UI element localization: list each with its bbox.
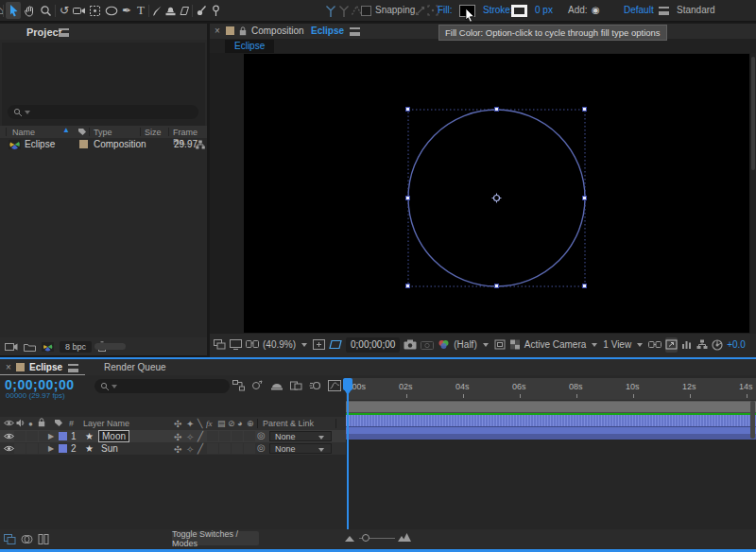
parent-link-column[interactable]: Parent & Link xyxy=(263,419,314,428)
threed-column-icon[interactable]: ⊕ xyxy=(247,419,254,428)
column-size[interactable]: Size xyxy=(145,128,162,137)
handle-bottom-right[interactable] xyxy=(582,284,587,288)
handle-top-right[interactable] xyxy=(582,107,587,112)
camera-tool-icon[interactable] xyxy=(72,2,87,19)
flowchart-icon[interactable] xyxy=(196,140,205,149)
audio-column-icon[interactable] xyxy=(16,419,26,427)
layer-bar-sun[interactable] xyxy=(346,427,756,440)
toggle-switches-modes-button[interactable]: Toggle Switches / Modes xyxy=(172,531,259,545)
graph-editor-icon[interactable] xyxy=(328,380,341,391)
layer-row-moon[interactable]: ▶ 1 ★ Moon ✣ ✧ ╱ ◎ None xyxy=(0,430,346,442)
workspace-default-tab[interactable]: Default xyxy=(624,5,654,15)
solo-toggle[interactable] xyxy=(26,431,38,441)
fill-label[interactable]: Fill: xyxy=(438,5,453,15)
shape-tool-ellipse-icon[interactable] xyxy=(104,2,119,19)
interpret-footage-icon[interactable] xyxy=(5,342,18,352)
index-column[interactable]: # xyxy=(69,419,74,428)
project-scrollbar[interactable] xyxy=(94,343,126,350)
viewer-pasteboard[interactable] xyxy=(210,53,750,334)
selection-tool-icon[interactable] xyxy=(6,2,21,19)
lock-column-icon[interactable] xyxy=(38,418,45,427)
hide-shy-layers-icon[interactable] xyxy=(270,380,284,391)
shy-toggle-icon[interactable]: ✣ xyxy=(174,432,181,442)
quality-toggle-icon[interactable]: ╱ xyxy=(198,431,203,441)
handle-bottom-center[interactable] xyxy=(494,284,499,288)
adjustment-column-icon[interactable]: ◕ xyxy=(237,419,242,428)
magnification-value[interactable]: (40.9%) xyxy=(263,337,296,353)
layer-name-moon[interactable]: Moon xyxy=(98,430,129,442)
playhead-handle[interactable] xyxy=(343,378,352,390)
hand-tool-icon[interactable] xyxy=(22,2,37,19)
type-tool-icon[interactable]: T xyxy=(133,2,148,19)
viewer-timecode[interactable]: 0;00;00;00 xyxy=(346,337,400,353)
add-menu-icon[interactable]: ◉ xyxy=(592,5,600,15)
safe-zones-icon[interactable] xyxy=(313,337,325,353)
solo-column-icon[interactable]: ● xyxy=(28,420,33,428)
playhead-line[interactable] xyxy=(347,380,349,529)
quality-column-icon[interactable]: ╲ xyxy=(198,419,202,428)
current-timecode[interactable]: 0;00;00;00 xyxy=(5,377,75,392)
shy-toggle-icon[interactable]: ✣ xyxy=(174,444,181,455)
expand-transfer-controls-icon[interactable] xyxy=(21,534,33,544)
view-count-value[interactable]: 1 View xyxy=(603,337,631,353)
lock-icon[interactable] xyxy=(239,26,247,36)
view-count-dropdown-arrow[interactable] xyxy=(637,343,643,347)
handle-mid-right[interactable] xyxy=(582,196,587,200)
timeline-flowchart-icon[interactable] xyxy=(696,337,708,353)
project-item-row[interactable]: Eclipse Composition 29.97 xyxy=(0,138,207,151)
project-panel-menu-icon[interactable] xyxy=(59,28,69,37)
tracks-empty-area[interactable] xyxy=(346,440,756,529)
zoom-tool-icon[interactable] xyxy=(38,2,53,19)
stroke-width-value[interactable]: 0 px xyxy=(535,5,553,15)
timeline-search-input[interactable] xyxy=(94,379,230,393)
item-type[interactable]: Composition xyxy=(94,139,146,149)
layer-name-sun[interactable]: Sun xyxy=(101,443,118,454)
handle-top-center[interactable] xyxy=(494,107,499,112)
viewer-vertical-scrollbar[interactable] xyxy=(750,53,756,334)
item-name[interactable]: Eclipse xyxy=(25,139,55,149)
threed-toggle[interactable] xyxy=(244,431,255,441)
threed-toggle[interactable] xyxy=(244,443,255,454)
layer-color-swatch[interactable] xyxy=(59,432,67,440)
stereo-3d-view-icon[interactable] xyxy=(246,337,259,353)
layer-color-swatch[interactable] xyxy=(59,444,67,453)
composition-view[interactable] xyxy=(244,54,749,333)
render-queue-tab[interactable]: Render Queue xyxy=(104,362,166,372)
work-area-bar[interactable] xyxy=(346,401,756,413)
snapping-checkbox[interactable] xyxy=(361,6,371,16)
share-view-icon[interactable] xyxy=(648,337,662,353)
view-menu-value[interactable]: Active Camera xyxy=(524,337,587,353)
motion-blur-column-icon[interactable]: ⊘ xyxy=(228,419,235,428)
shy-column-icon[interactable]: ✣ xyxy=(174,419,181,429)
item-label-swatch[interactable] xyxy=(79,140,88,148)
fx-toggle[interactable] xyxy=(207,443,218,454)
sort-ascending-icon[interactable]: ▲ xyxy=(62,126,70,134)
bit-depth-button[interactable]: 8 bpc xyxy=(60,341,92,353)
magnification-dropdown-arrow[interactable] xyxy=(301,343,307,347)
timeline-zoom-slider-thumb[interactable] xyxy=(362,534,369,542)
close-tab-icon[interactable]: × xyxy=(215,26,220,36)
solo-toggle[interactable] xyxy=(26,443,38,454)
quality-toggle-icon[interactable]: ╱ xyxy=(198,443,203,454)
view-menu-dropdown-arrow[interactable] xyxy=(592,343,597,347)
close-tab-icon[interactable]: × xyxy=(6,362,11,372)
parent-pickwhip-icon[interactable]: ◎ xyxy=(257,430,266,440)
expand-in-out-panes-icon[interactable] xyxy=(38,534,49,544)
audio-toggle[interactable] xyxy=(14,431,26,441)
layer-visibility-eye-icon[interactable] xyxy=(4,444,14,453)
handle-top-left[interactable] xyxy=(405,107,410,112)
layer-name-column[interactable]: Layer Name xyxy=(83,419,129,428)
viewer-tab-eclipse[interactable]: Eclipse xyxy=(225,40,274,53)
transparency-grid-icon[interactable] xyxy=(509,337,521,353)
timeline-tab-menu-icon[interactable] xyxy=(68,364,78,372)
roto-brush-tool-icon[interactable] xyxy=(194,2,209,19)
collapse-toggle-icon[interactable]: ✧ xyxy=(186,444,194,455)
parent-pickwhip-icon[interactable]: ◎ xyxy=(257,442,266,453)
pan-behind-tool-icon[interactable] xyxy=(87,2,102,19)
exposure-value[interactable]: +0.0 xyxy=(727,337,746,353)
resolution-value[interactable]: (Half) xyxy=(454,337,476,353)
add-label[interactable]: Add: xyxy=(568,5,588,15)
clone-stamp-tool-icon[interactable] xyxy=(163,2,178,19)
panel-tab-comp-name[interactable]: Eclipse xyxy=(311,26,344,36)
timeline-tab-eclipse[interactable]: Eclipse xyxy=(29,362,62,372)
